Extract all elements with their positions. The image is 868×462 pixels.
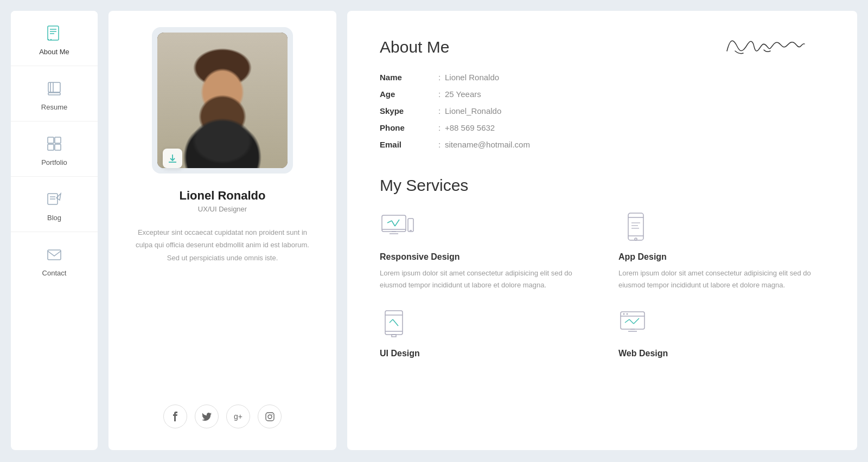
- svg-line-50: [634, 318, 639, 324]
- sidebar-item-blog[interactable]: Blog: [11, 177, 98, 232]
- app-design-icon: [618, 211, 653, 246]
- svg-line-30: [395, 220, 399, 226]
- web-design-icon: [618, 307, 653, 342]
- svg-point-34: [635, 238, 637, 240]
- field-label-skype: Skype: [380, 106, 434, 116]
- contact-icon: [44, 244, 65, 265]
- profile-name: Lionel Ronaldo: [180, 189, 266, 203]
- svg-rect-26: [408, 219, 413, 232]
- field-value-name: Lionel Ronaldo: [445, 73, 530, 82]
- blog-icon: [44, 189, 65, 209]
- service-app-name: App Design: [618, 252, 825, 262]
- about-me-icon: [44, 23, 65, 43]
- svg-rect-0: [48, 26, 59, 40]
- resume-icon: [44, 78, 65, 99]
- svg-rect-19: [266, 413, 274, 421]
- profile-title: UX/UI Designer: [198, 205, 247, 213]
- service-responsive: Responsive Design Lorem ipsum dolor sit …: [380, 211, 586, 291]
- services-grid: Responsive Design Lorem ipsum dolor sit …: [380, 211, 825, 364]
- svg-line-42: [390, 319, 393, 323]
- service-app-desc: Lorem ipsum dolor sit amet consectetur a…: [618, 267, 825, 291]
- profile-card: Lionel Ronaldo UX/UI Designer Excepteur …: [108, 11, 336, 450]
- social-twitter[interactable]: [195, 405, 219, 428]
- svg-rect-12: [48, 144, 54, 150]
- sidebar: About Me Resume Portfolio: [11, 11, 98, 450]
- svg-rect-11: [55, 137, 61, 143]
- svg-point-52: [627, 313, 628, 315]
- responsive-design-icon: [380, 211, 414, 246]
- svg-rect-9: [48, 93, 60, 95]
- field-label-name: Name: [380, 73, 434, 82]
- profile-photo-wrap: [152, 27, 293, 174]
- svg-line-28: [387, 221, 392, 223]
- portfolio-icon: [44, 133, 65, 154]
- main-content: About Me Name : Lionel Ronaldo Age : 25 …: [347, 11, 857, 450]
- ui-design-icon: [380, 307, 414, 342]
- service-web-name: Web Design: [618, 349, 825, 358]
- about-info-table: Name : Lionel Ronaldo Age : 25 Yeears Sk…: [380, 73, 530, 149]
- social-googleplus[interactable]: g+: [226, 405, 250, 428]
- sidebar-item-about[interactable]: About Me: [11, 11, 98, 66]
- field-label-phone: Phone: [380, 123, 434, 132]
- svg-rect-41: [392, 335, 396, 337]
- field-value-phone: +88 569 5632: [445, 123, 530, 132]
- profile-photo: [157, 33, 288, 168]
- svg-line-49: [629, 319, 634, 324]
- service-ui: UI Design: [380, 307, 586, 364]
- social-instagram[interactable]: [258, 405, 282, 428]
- svg-line-29: [392, 221, 395, 226]
- service-web: Web Design: [618, 307, 825, 364]
- sidebar-label-resume: Resume: [41, 103, 67, 111]
- svg-point-20: [268, 415, 272, 419]
- svg-rect-10: [48, 137, 54, 143]
- services-title: My Services: [380, 176, 825, 195]
- sidebar-item-contact[interactable]: Contact: [11, 232, 98, 287]
- svg-line-43: [393, 319, 398, 326]
- svg-rect-13: [55, 144, 61, 150]
- service-responsive-desc: Lorem ipsum dolor sit amet consectetur a…: [380, 267, 586, 291]
- sidebar-item-portfolio[interactable]: Portfolio: [11, 121, 98, 177]
- profile-bio: Excepteur sint occaecat cupidatat non pr…: [125, 226, 320, 264]
- sidebar-label-contact: Contact: [42, 269, 67, 277]
- sidebar-label-blog: Blog: [47, 214, 61, 222]
- service-ui-name: UI Design: [380, 349, 586, 358]
- social-links: g+: [163, 405, 282, 428]
- sidebar-item-resume[interactable]: Resume: [11, 66, 98, 121]
- service-app: App Design Lorem ipsum dolor sit amet co…: [618, 211, 825, 291]
- social-facebook[interactable]: [163, 405, 187, 428]
- sidebar-label-portfolio: Portfolio: [41, 158, 67, 166]
- signature: [716, 29, 825, 62]
- svg-rect-17: [48, 250, 61, 260]
- service-responsive-name: Responsive Design: [380, 252, 586, 262]
- field-value-email: sitename@hotmail.com: [445, 140, 530, 149]
- svg-line-48: [625, 319, 629, 323]
- field-value-age: 25 Yeears: [445, 89, 530, 99]
- svg-point-51: [623, 313, 625, 315]
- svg-point-21: [271, 414, 272, 415]
- field-label-age: Age: [380, 89, 434, 99]
- download-photo-button[interactable]: [163, 149, 182, 168]
- field-label-email: Email: [380, 140, 434, 149]
- field-value-skype: Lionel_Ronaldo: [445, 106, 530, 116]
- sidebar-label-about: About Me: [39, 48, 69, 56]
